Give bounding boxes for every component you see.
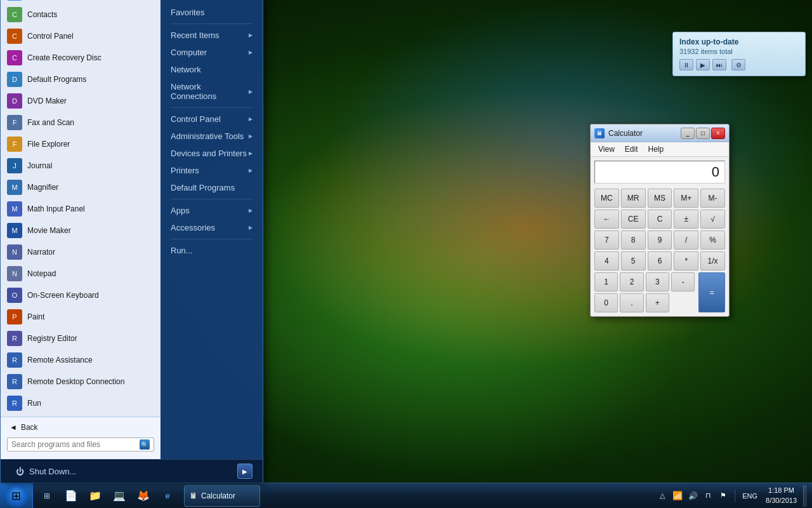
calc-btn-1[interactable]: 1	[594, 272, 618, 291]
start-right-item-printers[interactable]: Printers	[160, 162, 263, 179]
calc-btn-mplus[interactable]: M+	[674, 189, 698, 208]
start-left-item-remote-assistance[interactable]: RRemote Assistance	[1, 349, 160, 371]
start-right-item-devices-and-printers[interactable]: Devices and Printers	[160, 145, 263, 162]
start-right-item-accessories[interactable]: Accessories	[160, 219, 263, 236]
tray-expand[interactable]: △	[656, 490, 669, 502]
calc-btn-ce[interactable]: CE	[621, 210, 646, 229]
calc-btn-multiply[interactable]: *	[674, 251, 698, 271]
tray-volume[interactable]: 🔊	[686, 490, 699, 502]
taskbar-task-view[interactable]: ⊞	[36, 485, 58, 507]
calc-btn-3[interactable]: 3	[646, 272, 669, 291]
default-programs-right-label: Default Programs	[171, 183, 235, 192]
calc-title-icon: 🖩	[594, 128, 605, 138]
index-play-btn[interactable]: ▶	[696, 59, 710, 70]
tray-clock[interactable]: 1:18 PM 8/30/2013	[762, 486, 801, 505]
calc-btn-7[interactable]: 7	[594, 231, 619, 250]
start-back-btn[interactable]: ◄ Back	[7, 421, 154, 434]
calc-btn-mr[interactable]: MR	[621, 189, 646, 208]
taskbar-pdf[interactable]: 📄	[60, 485, 82, 507]
tray-lang[interactable]: ENG	[740, 490, 759, 502]
calc-menu-help[interactable]: Help	[643, 144, 669, 155]
shutdown-arrow-btn[interactable]: ▶	[237, 464, 252, 479]
start-left-item-on-screen-keyboard[interactable]: OOn-Screen Keyboard	[1, 284, 160, 306]
start-menu-bottom: ⏻ Shut Down... ▶	[1, 459, 263, 483]
remote-desktop-connection-label: Remote Desktop Connection	[27, 377, 124, 386]
calculator-window: 🖩 Calculator _ □ × View Edit Help 0 MC M…	[590, 124, 730, 317]
start-right-item-run[interactable]: Run...	[160, 242, 263, 259]
search-icon[interactable]: 🔍	[140, 439, 150, 450]
calc-btn-5[interactable]: 5	[621, 251, 646, 271]
calc-btn-sqrt[interactable]: √	[700, 210, 725, 229]
calc-btn-4[interactable]: 4	[594, 251, 619, 271]
index-controls: ⏸ ▶ ⏭ ⚙	[679, 59, 799, 70]
calc-btn-8[interactable]: 8	[621, 231, 646, 250]
calc-btn-plusminus[interactable]: ±	[674, 210, 698, 229]
taskbar-computer[interactable]: 💻	[108, 485, 131, 507]
calc-btn-mminus[interactable]: M-	[700, 189, 725, 208]
start-left-item-dvd-maker[interactable]: DDVD Maker	[1, 90, 160, 112]
start-search-box[interactable]: 🔍	[7, 438, 154, 451]
calc-minimize-btn[interactable]: _	[681, 128, 695, 139]
calc-restore-btn[interactable]: □	[696, 128, 710, 139]
calc-btn-mc[interactable]: MC	[594, 189, 619, 208]
taskbar-firefox[interactable]: 🦊	[132, 485, 155, 507]
calc-btn-minus[interactable]: -	[671, 272, 695, 291]
calc-btn-c[interactable]: C	[648, 210, 672, 229]
calc-btn-6[interactable]: 6	[648, 251, 672, 271]
calc-close-btn[interactable]: ×	[711, 128, 725, 139]
calc-btn-divide[interactable]: /	[674, 231, 698, 250]
start-right-item-apps[interactable]: Apps	[160, 202, 263, 219]
calc-btn-back[interactable]: ←	[594, 210, 619, 229]
start-left-item-file-explorer[interactable]: FFile Explorer	[1, 133, 160, 155]
calc-menu-edit[interactable]: Edit	[620, 144, 643, 155]
start-left-item-fax-and-scan[interactable]: FFax and Scan	[1, 112, 160, 133]
calc-btn-percent[interactable]: %	[700, 231, 725, 250]
calc-btn-reciprocal[interactable]: 1/x	[700, 251, 725, 271]
taskbar-calculator-app[interactable]: 🖩 Calculator	[184, 485, 260, 507]
shutdown-button[interactable]: ⏻ Shut Down...	[11, 464, 81, 479]
calc-btn-ms[interactable]: MS	[648, 189, 672, 208]
start-button[interactable]: ⊞	[0, 483, 33, 509]
search-input[interactable]	[11, 440, 140, 449]
start-right-item-administrative-tools[interactable]: Administrative Tools	[160, 128, 263, 145]
index-settings-btn[interactable]: ⚙	[731, 59, 745, 70]
calc-menu-view[interactable]: View	[593, 144, 620, 155]
start-left-item-journal[interactable]: JJournal	[1, 155, 160, 177]
network-right-label: Network	[171, 65, 201, 74]
start-right-item-network-connections[interactable]: Network Connections	[160, 78, 263, 105]
start-left-item-default-programs[interactable]: DDefault Programs	[1, 69, 160, 90]
calc-btn-2[interactable]: 2	[620, 272, 643, 291]
calc-btn-plus[interactable]: +	[646, 293, 669, 312]
narrator-label: Narrator	[27, 248, 55, 257]
start-left-item-math-input-panel[interactable]: MMath Input Panel	[1, 198, 160, 220]
start-right-item-recent-items[interactable]: Recent Items	[160, 27, 263, 44]
start-left-item-run[interactable]: RRun	[1, 392, 160, 414]
index-pause-btn[interactable]: ⏸	[679, 59, 693, 70]
start-left-item-narrator[interactable]: NNarrator	[1, 241, 160, 263]
calc-btn-9[interactable]: 9	[648, 231, 672, 250]
start-left-item-paint[interactable]: PPaint	[1, 306, 160, 328]
start-left-item-notepad[interactable]: NNotepad	[1, 263, 160, 284]
index-forward-btn[interactable]: ⏭	[712, 59, 726, 70]
start-left-item-movie-maker[interactable]: MMovie Maker	[1, 220, 160, 241]
tray-battery[interactable]: ⊓	[702, 490, 714, 502]
start-right-item-computer[interactable]: Computer	[160, 44, 263, 61]
calc-btn-0[interactable]: 0	[594, 293, 618, 312]
start-left-item-control-panel[interactable]: CControl Panel	[1, 25, 160, 47]
start-right-item-network[interactable]: Network	[160, 61, 263, 78]
start-left-item-contacts[interactable]: CContacts	[1, 4, 160, 25]
tray-network[interactable]: 📶	[671, 490, 684, 502]
start-right-item-default-programs[interactable]: Default Programs	[160, 179, 263, 196]
tray-action-center[interactable]: ⚑	[717, 490, 730, 502]
taskbar-folder[interactable]: 📁	[84, 485, 107, 507]
start-left-item-create-recovery-disc[interactable]: CCreate Recovery Disc	[1, 47, 160, 69]
start-left-item-registry-editor[interactable]: RRegistry Editor	[1, 328, 160, 349]
taskbar-ie[interactable]: e	[156, 485, 179, 507]
start-left-item-magnifier[interactable]: MMagnifier	[1, 177, 160, 198]
start-right-item-favorites[interactable]: Favorites	[160, 4, 263, 21]
start-right-item-control-panel[interactable]: Control Panel	[160, 110, 263, 128]
start-left-item-remote-desktop-connection[interactable]: RRemote Desktop Connection	[1, 371, 160, 392]
calc-btn-equals[interactable]: =	[698, 272, 725, 312]
show-desktop-btn[interactable]	[803, 485, 807, 507]
calc-btn-decimal[interactable]: .	[620, 293, 643, 312]
